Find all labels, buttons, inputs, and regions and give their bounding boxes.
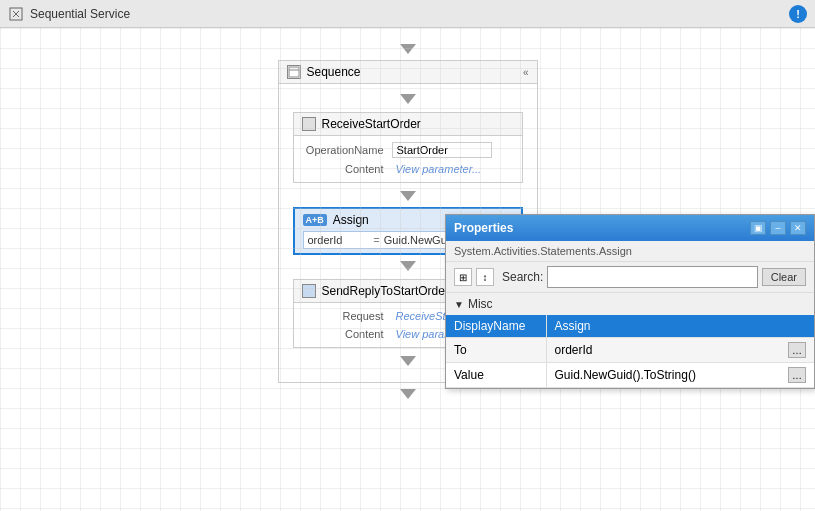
main-area: Sequence « ReceiveStartOrder: [0, 28, 815, 511]
arrow-inner-2: [400, 191, 416, 201]
prop-to-container: orderId …: [555, 342, 807, 358]
misc-section-header: ▼ Misc: [446, 293, 814, 315]
prop-value-to: orderId …: [546, 338, 814, 363]
title-bar-icon: [8, 6, 24, 22]
svg-rect-3: [289, 67, 299, 77]
title-bar: Sequential Service !: [0, 0, 815, 28]
sequence-header: Sequence «: [279, 61, 537, 84]
receive-icon: [302, 117, 316, 131]
table-row-value[interactable]: Value Guid.NewGuid().ToString() …: [446, 363, 814, 388]
sequence-icon: [287, 65, 301, 79]
search-label: Search:: [502, 270, 543, 284]
prop-value-ellipsis-button[interactable]: …: [788, 367, 806, 383]
section-expand-icon[interactable]: ▼: [454, 299, 464, 310]
panel-controls: ▣ – ✕: [750, 221, 806, 235]
assign-equals: =: [369, 234, 383, 246]
table-row-to[interactable]: To orderId …: [446, 338, 814, 363]
arrow-bottom: [400, 389, 416, 399]
receive-prop-operation: OperationName StartOrder: [302, 140, 514, 160]
receive-block[interactable]: ReceiveStartOrder OperationName StartOrd…: [293, 112, 523, 183]
canvas-area: Sequence « ReceiveStartOrder: [0, 28, 815, 511]
panel-close-button[interactable]: ✕: [790, 221, 806, 235]
clear-button[interactable]: Clear: [762, 268, 806, 286]
table-row-displayname[interactable]: DisplayName Assign: [446, 315, 814, 338]
arrow-inner-4: [400, 356, 416, 366]
panel-title-bar: Properties ▣ – ✕: [446, 215, 814, 241]
panel-subtitle: System.Activities.Statements.Assign: [446, 241, 814, 262]
toolbar-grid-icon[interactable]: ⊞: [454, 268, 472, 286]
panel-body: ▼ Misc DisplayName Assign To o: [446, 293, 814, 388]
properties-panel: Properties ▣ – ✕ System.Activities.State…: [445, 214, 815, 389]
prop-value-value: Guid.NewGuid().ToString() …: [546, 363, 814, 388]
toolbar-sort-icon[interactable]: ↕: [476, 268, 494, 286]
panel-title: Properties: [454, 221, 513, 235]
assign-badge: A+B: [303, 214, 327, 226]
prop-value-text: Guid.NewGuid().ToString(): [555, 368, 696, 382]
send-reply-icon: [302, 284, 316, 298]
sequence-collapse-icon[interactable]: «: [523, 67, 529, 78]
sequence-header-left: Sequence: [287, 65, 361, 79]
receive-body: OperationName StartOrder Content View pa…: [294, 136, 522, 182]
prop-value-container: Guid.NewGuid().ToString() …: [555, 367, 807, 383]
prop-name-to: To: [446, 338, 546, 363]
send-request-label: Request: [302, 310, 392, 322]
panel-minimize-button[interactable]: –: [770, 221, 786, 235]
panel-toolbar: ⊞ ↕ Search: Clear: [446, 262, 814, 293]
section-name: Misc: [468, 297, 493, 311]
send-reply-label: SendReplyToStartOrder: [322, 284, 449, 298]
search-input[interactable]: [547, 266, 757, 288]
receive-operation-value: StartOrder: [392, 142, 492, 158]
prop-value-displayname: Assign: [546, 315, 814, 338]
prop-to-ellipsis-button[interactable]: …: [788, 342, 806, 358]
info-icon: !: [789, 5, 807, 23]
receive-prop-content: Content View parameter...: [302, 160, 514, 178]
panel-pin-button[interactable]: ▣: [750, 221, 766, 235]
arrow-top: [400, 44, 416, 54]
prop-to-text: orderId: [555, 343, 593, 357]
send-content-label: Content: [302, 328, 392, 340]
properties-table: DisplayName Assign To orderId …: [446, 315, 814, 388]
prop-name-value: Value: [446, 363, 546, 388]
receive-content-label: Content: [302, 163, 392, 175]
receive-operation-label: OperationName: [302, 144, 392, 156]
assign-label: Assign: [333, 213, 369, 227]
title-bar-title: Sequential Service: [30, 7, 789, 21]
arrow-inner-1: [400, 94, 416, 104]
sequence-label: Sequence: [307, 65, 361, 79]
prop-name-displayname: DisplayName: [446, 315, 546, 338]
receive-content-link[interactable]: View parameter...: [392, 162, 492, 176]
receive-label: ReceiveStartOrder: [322, 117, 421, 131]
receive-header: ReceiveStartOrder: [294, 113, 522, 136]
arrow-inner-3: [400, 261, 416, 271]
assign-variable: orderId: [308, 234, 370, 246]
